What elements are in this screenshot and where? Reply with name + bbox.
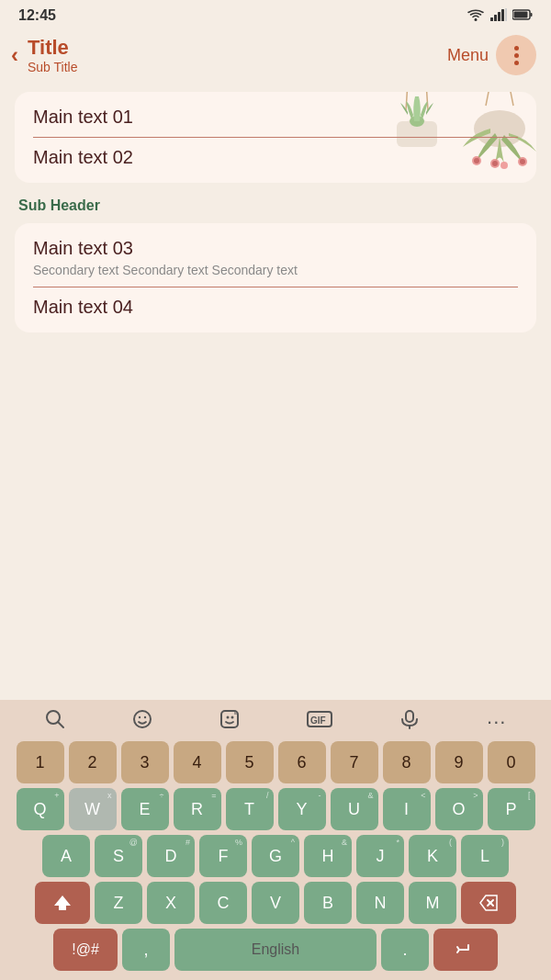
card-2-text2: Main text 04	[33, 297, 518, 318]
mic-toolbar-icon[interactable]	[399, 709, 420, 734]
sticker-toolbar-icon[interactable]	[219, 709, 240, 734]
menu-area: Menu	[447, 35, 536, 75]
svg-point-26	[134, 711, 151, 727]
svg-text:GIF: GIF	[310, 715, 326, 726]
key-D[interactable]: #D	[147, 835, 195, 877]
zxcv-row: ZXCVBNM	[0, 882, 551, 924]
svg-rect-7	[531, 13, 533, 17]
key-U[interactable]: &U	[331, 788, 378, 830]
svg-point-28	[143, 716, 145, 718]
key-T[interactable]: /T	[226, 788, 274, 830]
menu-dots-button[interactable]	[496, 35, 536, 75]
key-N[interactable]: N	[356, 882, 404, 924]
menu-button[interactable]: Menu	[447, 46, 489, 65]
card-2: Main text 03 Secondary text Secondary te…	[15, 223, 536, 332]
svg-line-15	[509, 92, 513, 106]
key-A[interactable]: A	[42, 835, 90, 877]
key-Q[interactable]: +Q	[17, 788, 64, 830]
key-B[interactable]: B	[304, 882, 352, 924]
svg-point-31	[231, 716, 233, 719]
more-toolbar-icon[interactable]: ···	[487, 710, 506, 734]
svg-rect-34	[406, 711, 413, 722]
key-0[interactable]: 0	[488, 741, 535, 783]
bottom-row: !@#,English.	[0, 929, 551, 971]
key-7[interactable]: 7	[331, 741, 378, 783]
keyboard-toolbar: GIF ···	[0, 705, 551, 741]
back-button[interactable]: ‹	[11, 42, 18, 68]
shift-key[interactable]	[35, 882, 90, 924]
app-subtitle: Sub Title	[28, 60, 447, 74]
svg-marker-36	[54, 896, 71, 910]
key-M[interactable]: M	[409, 882, 456, 924]
key-H[interactable]: &H	[304, 835, 352, 877]
key-K[interactable]: (K	[409, 835, 456, 877]
wifi-icon	[467, 8, 485, 24]
card-2-text1: Main text 03	[33, 238, 518, 259]
svg-line-25	[58, 722, 63, 727]
asdf-row: A@S#D%F^G&H*J(K)L	[0, 835, 551, 877]
key-R[interactable]: =R	[174, 788, 221, 830]
qwerty-row: +QxW÷E=R/T-Y&U<I>O[P	[0, 788, 551, 830]
key-V[interactable]: V	[252, 882, 299, 924]
dots-icon	[514, 46, 519, 65]
app-bar: ‹ Title Sub Title Menu	[0, 28, 551, 83]
svg-rect-3	[498, 12, 500, 21]
svg-point-20	[520, 159, 525, 164]
svg-point-27	[138, 716, 140, 718]
key-J[interactable]: *J	[356, 835, 404, 877]
card-1-text1: Main text 01	[33, 107, 518, 128]
key-9[interactable]: 9	[435, 741, 483, 783]
key-P[interactable]: [P	[488, 788, 535, 830]
card-1-text2: Main text 02	[33, 147, 518, 168]
comma-key[interactable]: ,	[122, 929, 170, 971]
key-X[interactable]: X	[147, 882, 195, 924]
keyboard: GIF ··· 1234567890 +QxW÷E=R/T-Y&U<I>O[P …	[0, 700, 551, 980]
gif-toolbar-icon[interactable]: GIF	[307, 709, 332, 734]
key-3[interactable]: 3	[121, 741, 169, 783]
key-G[interactable]: ^G	[252, 835, 299, 877]
period-key[interactable]: .	[381, 929, 429, 971]
battery-icon	[512, 8, 533, 23]
svg-rect-8	[514, 12, 528, 18]
sub-header: Sub Header	[15, 197, 536, 214]
svg-rect-2	[494, 15, 497, 21]
app-title: Title	[28, 36, 447, 60]
key-L[interactable]: )L	[461, 835, 509, 877]
svg-point-30	[226, 716, 229, 719]
key-I[interactable]: <I	[383, 788, 431, 830]
key-8[interactable]: 8	[383, 741, 431, 783]
svg-rect-4	[501, 9, 504, 21]
backspace-key[interactable]	[461, 882, 516, 924]
card-2-divider	[33, 287, 518, 287]
key-E[interactable]: ÷E	[121, 788, 169, 830]
emoji-toolbar-icon[interactable]	[132, 709, 152, 734]
key-O[interactable]: >O	[435, 788, 483, 830]
svg-rect-5	[505, 8, 507, 21]
card-1: Main text 01 Main text 02	[15, 92, 536, 183]
key-W[interactable]: xW	[69, 788, 117, 830]
svg-rect-1	[490, 17, 493, 21]
content-area: Main text 01 Main text 02	[0, 83, 551, 356]
title-block: Title Sub Title	[28, 36, 447, 74]
status-icons	[467, 8, 533, 24]
key-1[interactable]: 1	[17, 741, 64, 783]
key-S[interactable]: @S	[95, 835, 142, 877]
svg-line-14	[486, 92, 490, 106]
signal-icon	[490, 8, 507, 24]
status-bar: 12:45	[0, 0, 551, 28]
key-Y[interactable]: -Y	[278, 788, 326, 830]
key-Z[interactable]: Z	[95, 882, 142, 924]
key-2[interactable]: 2	[69, 741, 117, 783]
key-6[interactable]: 6	[278, 741, 326, 783]
key-C[interactable]: C	[199, 882, 247, 924]
key-F[interactable]: %F	[199, 835, 247, 877]
card-2-secondary: Secondary text Secondary text Secondary …	[33, 263, 518, 277]
enter-key[interactable]	[433, 929, 498, 971]
key-5[interactable]: 5	[226, 741, 274, 783]
number-row: 1234567890	[0, 741, 551, 783]
key-4[interactable]: 4	[174, 741, 221, 783]
status-time: 12:45	[18, 7, 56, 24]
search-toolbar-icon[interactable]	[45, 709, 65, 734]
space-key[interactable]: English	[174, 929, 377, 971]
symbols-key[interactable]: !@#	[53, 929, 118, 971]
